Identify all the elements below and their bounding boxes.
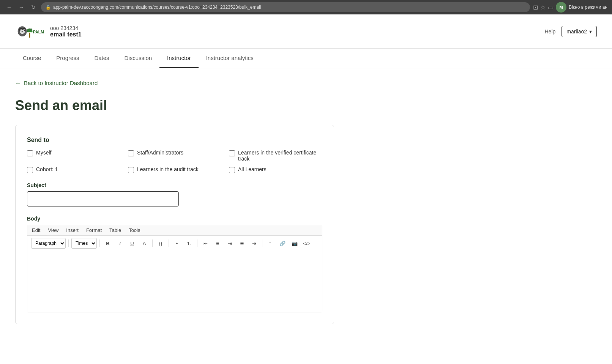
send-to-title: Send to [27,137,322,143]
page-title: Send an email [15,98,440,113]
email-card: Send to Myself Staff/Administrators Lear… [15,125,334,324]
palm-logo: RG PALM [15,23,46,40]
align-center-button[interactable]: ≡ [212,238,223,249]
tab-instructor[interactable]: Instructor [159,49,199,68]
user-dropdown[interactable]: mariiao2 ▾ [562,26,597,37]
editor-body[interactable] [27,251,322,312]
format-select[interactable]: Paragraph [31,238,66,249]
link-button[interactable]: 🔗 [277,238,288,249]
tab-discussion[interactable]: Discussion [117,49,160,68]
user-name: mariiao2 [566,28,587,35]
checkbox-verified-input[interactable] [229,150,235,156]
header-right: Help mariiao2 ▾ [545,26,597,37]
align-left-button[interactable]: ⇤ [200,238,211,249]
editor-menubar: Edit View Insert Format Table Tools [27,225,322,236]
checkbox-verified[interactable]: Learners in the verified certificate tra… [229,150,322,162]
checkbox-all-input[interactable] [229,167,235,173]
indent-button[interactable]: ⇥ [249,238,259,249]
main-content: ← Back to Instructor Dashboard Send an e… [0,68,456,336]
checkbox-verified-label: Learners in the verified certificate tra… [238,150,322,162]
menu-format[interactable]: Format [86,227,102,233]
course-info: ooo 234234 email test1 [50,25,82,38]
checkbox-myself[interactable]: Myself [27,150,120,162]
italic-button[interactable]: I [115,238,125,249]
align-justify-button[interactable]: ≣ [237,238,247,249]
checkbox-cohort1-label: Cohort: 1 [36,166,58,172]
menu-table[interactable]: Table [109,227,121,233]
screen-capture-icon[interactable]: ⊡ [533,4,538,11]
checkbox-audit[interactable]: Learners in the audit track [128,166,221,173]
tab-dates[interactable]: Dates [87,49,117,68]
help-link[interactable]: Help [545,28,556,35]
url-text: app-palm-dev.raccoongang.com/communicati… [53,5,261,10]
unordered-list-button[interactable]: • [172,238,182,249]
separator-2 [99,240,100,247]
menu-insert[interactable]: Insert [66,227,79,233]
bold-button[interactable]: B [103,238,113,249]
separator-3 [152,240,153,247]
user-avatar[interactable]: М [556,2,566,13]
checkbox-myself-input[interactable] [27,150,33,156]
star-icon[interactable]: ☆ [540,4,546,11]
source-code-button[interactable]: </> [301,238,312,249]
forward-button[interactable]: → [17,3,26,12]
separator-1 [68,240,69,247]
blockquote-button[interactable]: " [265,238,276,249]
back-link-label: Back to Instructor Dashboard [24,80,98,86]
subject-label: Subject [27,182,322,188]
browser-chrome: ← → ↻ 🔒 app-palm-dev.raccoongang.com/com… [0,0,612,14]
back-arrow-icon: ← [15,80,21,86]
svg-text:RG: RG [28,27,32,30]
svg-rect-9 [29,33,30,38]
checkbox-all-label: All Learners [238,166,267,172]
ordered-list-button[interactable]: 1. [184,238,194,249]
svg-text:PALM: PALM [33,30,44,34]
menu-tools[interactable]: Tools [129,227,140,233]
back-button[interactable]: ← [5,3,14,12]
checkbox-cohort1[interactable]: Cohort: 1 [27,166,120,173]
menu-edit[interactable]: Edit [32,227,40,233]
image-button[interactable]: 📷 [289,238,300,249]
tab-instructor-analytics[interactable]: Instructor analytics [199,49,261,68]
course-id: ooo 234234 [50,25,82,31]
reload-button[interactable]: ↻ [29,3,38,12]
window-mode-text: Вікно в режими ан [569,5,607,10]
address-bar[interactable]: 🔒 app-palm-dev.raccoongang.com/communica… [41,2,530,12]
separator-6 [262,240,262,247]
svg-point-8 [22,31,23,32]
editor-toolbar: Paragraph Times B I U A {} • 1. ⇤ ≡ ⇥ [27,236,322,251]
checkbox-audit-label: Learners in the audit track [137,166,199,172]
align-right-button[interactable]: ⇥ [224,238,235,249]
checkbox-myself-label: Myself [36,150,51,156]
menu-view[interactable]: View [48,227,58,233]
font-color-button[interactable]: A [139,238,150,249]
site-header: RG PALM ooo 234234 email test1 Help mari… [0,14,612,49]
send-to-grid: Myself Staff/Administrators Learners in … [27,150,322,173]
code-block-button[interactable]: {} [155,238,166,249]
dropdown-arrow: ▾ [589,28,592,35]
checkbox-audit-input[interactable] [128,167,134,173]
checkbox-staff[interactable]: Staff/Administrators [128,150,221,162]
tab-course[interactable]: Course [15,49,49,68]
logo-area: RG PALM ooo 234234 email test1 [15,23,82,40]
checkbox-all[interactable]: All Learners [229,166,322,173]
checkbox-staff-input[interactable] [128,150,134,156]
body-label: Body [27,216,322,222]
separator-5 [197,240,197,247]
window-icon[interactable]: ▭ [548,4,554,11]
course-name: email test1 [50,31,82,38]
body-editor: Edit View Insert Format Table Tools Para… [27,225,322,312]
back-to-dashboard-link[interactable]: ← Back to Instructor Dashboard [15,80,440,86]
separator-4 [169,240,169,247]
subject-input[interactable] [27,191,179,206]
underline-button[interactable]: U [127,238,137,249]
nav-tabs: Course Progress Dates Discussion Instruc… [0,49,612,68]
font-select[interactable]: Times [71,238,97,249]
svg-point-6 [21,29,21,30]
browser-icons: ⊡ ☆ ▭ М Вікно в режими ан [533,2,607,13]
checkbox-cohort1-input[interactable] [27,167,33,173]
lock-icon: 🔒 [46,5,51,10]
tab-progress[interactable]: Progress [49,49,87,68]
checkbox-staff-label: Staff/Administrators [137,150,183,156]
svg-point-7 [24,29,24,30]
